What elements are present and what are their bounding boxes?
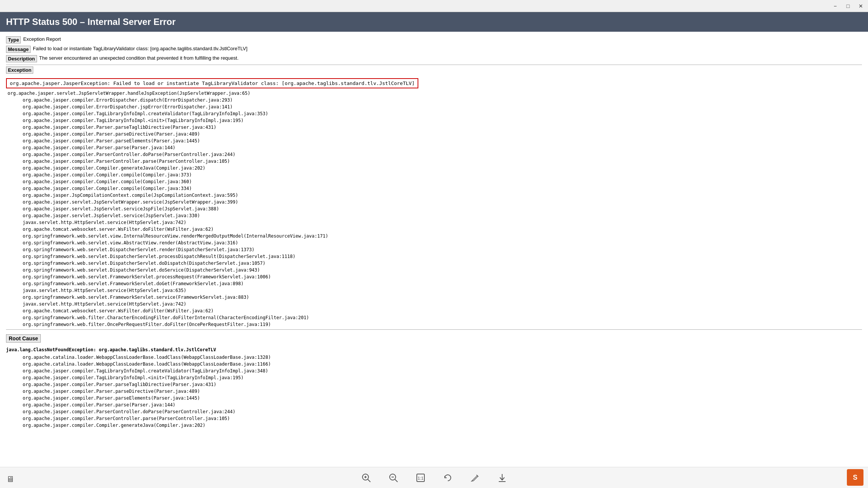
monitor-icon: 🖥 [6,474,14,484]
fit-button[interactable]: 1:1 [413,470,428,485]
type-value: Exception Report [23,36,61,42]
exception-header-row: Exception [6,66,862,76]
message-label: Message [6,46,31,53]
stack-trace-line: org.apache.jasper.JspCompilationContext.… [8,192,862,199]
stack-trace-line: org.apache.jasper.compiler.Compiler.gene… [8,165,862,171]
page-header: HTTP Status 500 – Internal Server Error [0,12,868,32]
exception-box: org.apache.jasper.JasperException: Faile… [6,78,418,88]
root-cause-exception-text: java.lang.ClassNotFoundException: org.ap… [6,347,862,352]
stack-trace-line: org.apache.jasper.compiler.Parser.parseE… [8,137,862,144]
stack-trace-line: org.apache.jasper.compiler.Parser.parseT… [8,381,862,388]
stack-trace-line: org.springframework.web.servlet.Framewor… [8,294,862,301]
root-cause-stack-trace: org.apache.catalina.loader.WebappClassLo… [6,354,862,429]
stack-trace-line: org.apache.catalina.loader.WebappClassLo… [8,354,862,361]
stack-trace-line: javax.servlet.http.HttpServlet.service(H… [8,301,862,307]
stack-trace-line: org.apache.jasper.compiler.ParserControl… [8,151,862,158]
stack-trace-line: org.apache.jasper.compiler.ParserControl… [8,415,862,422]
stack-trace-line: org.springframework.web.servlet.Framewor… [8,273,862,280]
stack-trace-line: org.springframework.web.filter.OncePerRe… [8,321,862,328]
description-label: Description [6,55,37,62]
zoom-in-button[interactable] [359,470,374,485]
description-row: Description The server encountered an un… [6,55,862,62]
maximize-button[interactable]: □ [844,2,852,10]
stack-trace-line: org.apache.jasper.compiler.TagLibraryInf… [8,117,862,124]
page-title: HTTP Status 500 – Internal Server Error [6,17,176,27]
content-body: Type Exception Report Message Failed to … [0,32,868,433]
stack-trace-line: org.apache.jasper.servlet.JspServletWrap… [8,91,250,96]
stack-trace-line: org.apache.jasper.servlet.JspServletWrap… [8,199,862,205]
stack-trace-line: org.springframework.web.servlet.Dispatch… [8,253,862,260]
stack-trace-line: org.apache.catalina.loader.WebappClassLo… [8,361,862,368]
stack-trace-line: org.apache.jasper.compiler.ParserControl… [8,158,862,165]
minimize-button[interactable]: − [831,2,839,10]
stack-trace-line: org.apache.jasper.compiler.Compiler.comp… [8,185,862,192]
main-exception-text: org.apache.jasper.JasperException: Faile… [10,80,415,86]
type-row: Type Exception Report [6,36,862,43]
divider-1 [6,65,862,65]
stack-trace-line: org.springframework.web.servlet.Dispatch… [8,246,862,253]
stack-trace-line: org.apache.jasper.compiler.Parser.parseD… [8,131,862,137]
svg-line-6 [395,479,398,482]
stack-trace-line: org.apache.jasper.compiler.Compiler.comp… [8,171,862,178]
stack-trace-line: org.apache.tomcat.websocket.server.WsFil… [8,226,862,233]
exception-header: Exception [6,66,33,74]
rotate-button[interactable] [440,470,455,485]
stack-trace-line: org.apache.jasper.compiler.Parser.parse(… [8,402,862,408]
exception-stack-trace: org.apache.jasper.servlet.JspServletWrap… [6,90,862,328]
main-content: HTTP Status 500 – Internal Server Error … [0,12,868,467]
stack-trace-line: org.springframework.web.servlet.Dispatch… [8,260,862,267]
stack-trace-line: org.apache.jasper.compiler.ParserControl… [8,408,862,415]
message-value: Failed to load or instantiate TagLibrary… [33,46,247,51]
stack-trace-line: org.apache.jasper.compiler.Parser.parseE… [8,395,862,402]
stack-trace-line: org.apache.jasper.servlet.JspServlet.ser… [8,205,862,212]
stack-trace-line: org.apache.jasper.compiler.TagLibraryInf… [8,110,862,117]
stack-trace-line: org.apache.jasper.compiler.ErrorDispatch… [8,97,862,103]
stack-trace-line: org.apache.jasper.compiler.Compiler.gene… [8,422,862,429]
bottom-toolbar: 🖥 1:1 [0,467,868,488]
stack-trace-line: org.apache.jasper.compiler.Parser.parse(… [8,144,862,151]
stack-trace-line: org.springframework.web.servlet.Dispatch… [8,267,862,273]
message-row: Message Failed to load or instantiate Ta… [6,46,862,53]
zoom-out-button[interactable] [386,470,401,485]
edit-button[interactable] [467,470,483,485]
stack-trace-line: org.springframework.web.servlet.view.Int… [8,233,862,239]
svg-line-3 [368,479,370,482]
stack-trace-line: org.springframework.web.filter.Character… [8,314,862,321]
divider-2 [6,329,862,330]
close-button[interactable]: ✕ [857,2,865,10]
stack-trace-line: org.apache.tomcat.websocket.server.WsFil… [8,307,862,314]
description-value: The server encountered an unexpected con… [39,55,239,61]
stack-trace-line: org.springframework.web.servlet.view.Abs… [8,239,862,246]
stack-trace-line: javax.servlet.http.HttpServlet.service(H… [8,219,862,226]
stack-trace-line: org.apache.jasper.compiler.Compiler.comp… [8,178,862,185]
stack-trace-line: org.apache.jasper.compiler.TagLibraryInf… [8,368,862,374]
type-label: Type [6,36,21,43]
download-button[interactable] [495,470,510,485]
stack-trace-line: javax.servlet.http.HttpServlet.service(H… [8,287,862,294]
stack-trace-line: org.apache.jasper.compiler.Parser.parseT… [8,124,862,131]
svg-text:1:1: 1:1 [418,476,423,480]
stack-trace-line: org.springframework.web.servlet.Framewor… [8,280,862,287]
stack-trace-line: org.apache.jasper.compiler.TagLibraryInf… [8,374,862,381]
root-cause-header: Root Cause [6,334,41,343]
root-cause-header-row: Root Cause [6,331,862,345]
stack-trace-line: org.apache.jasper.compiler.Parser.parseD… [8,388,862,395]
title-bar: − □ ✕ [0,0,868,12]
stack-trace-line: org.apache.jasper.compiler.ErrorDispatch… [8,103,862,110]
stack-trace-line: org.apache.jasper.servlet.JspServlet.ser… [8,212,862,219]
brand-logo: S [847,469,863,486]
